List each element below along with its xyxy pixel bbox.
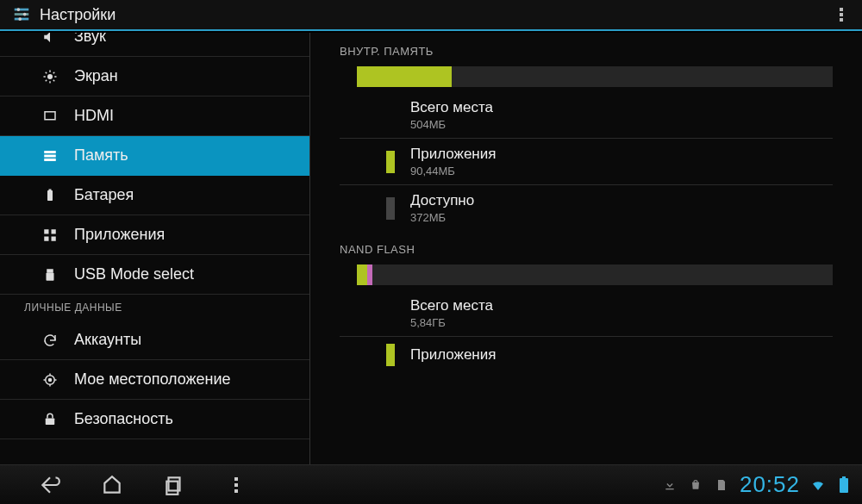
svg-rect-0 (15, 9, 29, 11)
svg-point-6 (47, 74, 53, 79)
apps-icon (41, 227, 59, 244)
row-label: Приложения (410, 346, 496, 364)
usb-icon (41, 266, 59, 283)
nand-usage-bar[interactable] (357, 264, 833, 285)
clock: 20:52 (740, 471, 800, 498)
empty-swatch (386, 302, 395, 325)
home-button[interactable] (100, 473, 124, 497)
location-icon (41, 371, 59, 389)
row-label: Всего места (410, 297, 493, 314)
nand-usage-seg2 (367, 264, 372, 285)
svg-point-5 (18, 17, 22, 21)
sidebar-item-accounts[interactable]: Аккаунты (0, 320, 309, 360)
internal-avail-row[interactable]: Доступно 372МБ (340, 184, 833, 231)
row-value: 504МБ (410, 118, 493, 131)
settings-icon (12, 5, 31, 24)
lock-icon (41, 411, 59, 428)
svg-rect-36 (665, 488, 673, 489)
svg-rect-23 (44, 236, 48, 240)
svg-rect-26 (47, 272, 54, 280)
internal-apps-row[interactable]: Приложения 90,44МБ (340, 138, 833, 184)
row-value: 5,84ГБ (410, 316, 493, 329)
back-button[interactable] (38, 473, 62, 497)
svg-rect-38 (842, 476, 846, 478)
sidebar-item-display[interactable]: Экран (0, 57, 309, 96)
svg-rect-18 (44, 159, 56, 161)
nand-usage-seg1 (357, 264, 367, 285)
internal-total-row[interactable]: Всего места 504МБ (340, 92, 833, 138)
sidebar-item-apps[interactable]: Приложения (0, 215, 309, 255)
sidebar-item-usb[interactable]: USB Mode select (0, 255, 309, 295)
menu-button[interactable] (224, 473, 248, 497)
volume-icon (41, 33, 59, 46)
svg-line-14 (53, 72, 55, 73)
svg-rect-21 (44, 229, 48, 233)
section-internal-title: ВНУТР. ПАМЯТЬ (310, 33, 862, 66)
sidebar-item-hdmi[interactable]: HDMI (0, 96, 309, 136)
sidebar-item-security[interactable]: Безопасность (0, 400, 309, 439)
row-value: 372МБ (410, 211, 474, 224)
internal-usage-seg-apps (357, 66, 452, 87)
sidebar-item-sound[interactable]: Звук (0, 33, 309, 57)
svg-rect-37 (840, 478, 848, 493)
store-icon (688, 477, 703, 493)
system-navbar: 20:52 (0, 464, 862, 504)
sidebar-item-storage[interactable]: Память (0, 136, 309, 176)
sidebar-item-battery[interactable]: Батарея (0, 176, 309, 215)
svg-point-4 (23, 13, 27, 16)
svg-line-13 (46, 79, 47, 81)
sidebar-item-location[interactable]: Мое местоположение (0, 360, 309, 400)
row-value: 90,44МБ (410, 165, 496, 177)
internal-usage-bar[interactable] (357, 66, 833, 87)
svg-rect-1 (15, 13, 29, 16)
svg-rect-25 (47, 269, 53, 273)
avail-swatch (386, 197, 395, 220)
sidebar: Звук Экран HDMI Память Батарея Приложени… (0, 33, 310, 464)
svg-line-11 (46, 72, 47, 73)
svg-rect-22 (52, 229, 56, 233)
sync-icon (41, 332, 59, 349)
wifi-icon (810, 477, 826, 493)
row-label: Приложения (410, 146, 496, 163)
svg-point-3 (17, 8, 21, 11)
apps-swatch (386, 344, 395, 366)
svg-rect-19 (47, 190, 53, 201)
empty-swatch (386, 104, 395, 127)
svg-rect-24 (52, 236, 56, 240)
hdmi-icon (41, 108, 59, 125)
svg-rect-15 (45, 111, 55, 119)
row-label: Всего места (410, 99, 493, 116)
svg-rect-33 (46, 418, 55, 425)
svg-point-28 (49, 378, 52, 381)
brightness-icon (41, 68, 59, 85)
svg-rect-16 (44, 151, 56, 153)
overflow-menu-button[interactable] (833, 6, 850, 23)
storage-detail: ВНУТР. ПАМЯТЬ Всего места 504МБ Приложен… (310, 33, 862, 464)
svg-rect-17 (44, 154, 56, 157)
page-title: Настройки (40, 6, 116, 24)
storage-icon (41, 147, 59, 165)
battery-status-icon (836, 477, 852, 493)
apps-swatch (386, 151, 395, 173)
download-icon (662, 477, 678, 493)
app-header: Настройки (0, 0, 862, 31)
sidebar-section-personal: ЛИЧНЫЕ ДАННЫЕ (0, 295, 309, 320)
svg-rect-20 (49, 189, 52, 190)
svg-line-12 (53, 79, 55, 81)
sd-icon (714, 477, 729, 493)
nand-apps-row[interactable]: Приложения (340, 336, 833, 373)
nand-total-row[interactable]: Всего места 5,84ГБ (340, 290, 833, 336)
status-area[interactable]: 20:52 (662, 471, 862, 498)
section-nand-title: NAND FLASH (310, 231, 862, 264)
row-label: Доступно (410, 192, 474, 209)
recents-button[interactable] (162, 473, 186, 497)
battery-icon (41, 187, 59, 204)
